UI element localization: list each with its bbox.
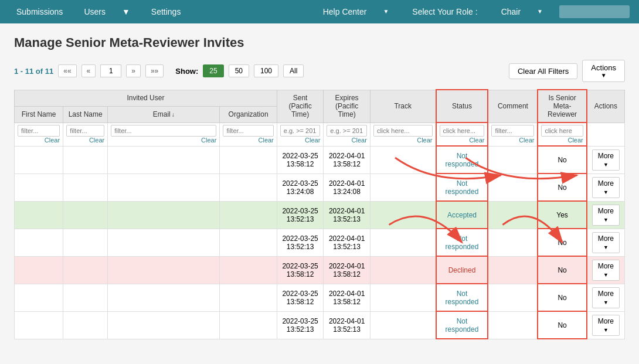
more-btn[interactable]: More	[592, 260, 620, 281]
filter-first-input[interactable]	[18, 125, 60, 137]
filter-last-cell: Clear	[63, 123, 108, 146]
cell-is-senior: No	[538, 229, 586, 256]
status-header: Status	[436, 90, 488, 123]
filter-email-clear[interactable]: Clear	[111, 137, 216, 144]
filter-last-input[interactable]	[66, 125, 104, 137]
show-50-btn[interactable]: 50	[229, 64, 249, 77]
cell-status: Accepted	[436, 201, 488, 229]
cell-last: ████	[63, 284, 108, 311]
track-header: Track	[370, 90, 436, 123]
cell-actions: More	[587, 146, 625, 174]
more-btn[interactable]: More	[592, 232, 620, 253]
filter-org-clear[interactable]: Clear	[223, 137, 273, 144]
clear-all-filters-btn[interactable]: Clear All Filters	[509, 63, 577, 79]
filter-comment-cell: Clear	[488, 123, 538, 146]
more-btn[interactable]: More	[592, 205, 620, 226]
show-all-btn[interactable]: All	[283, 64, 304, 77]
page-title: Manage Senior Meta-Reviewer Invites	[14, 35, 625, 50]
sent-header: Sent (Pacific Time)	[277, 90, 324, 123]
filter-first-clear[interactable]: Clear	[18, 137, 60, 144]
nav-settings[interactable]: Settings	[144, 0, 188, 23]
nav-search-area	[559, 5, 630, 18]
table-wrapper: Invited User Sent (Pacific Time) Expires…	[14, 89, 625, 339]
cell-last: ███	[63, 174, 108, 201]
org-header: Organization	[220, 106, 277, 123]
filter-org-input[interactable]	[223, 125, 273, 137]
page-prev-btn[interactable]: «	[81, 64, 96, 77]
page-first-btn[interactable]: ««	[58, 64, 76, 77]
first-name-header: First Name	[15, 106, 63, 123]
cell-last: ████	[63, 311, 108, 339]
filter-sent-clear[interactable]: Clear	[280, 137, 321, 144]
cell-comment	[488, 201, 538, 229]
filter-track-clear[interactable]: Clear	[373, 137, 433, 144]
filter-status-input[interactable]	[440, 125, 485, 137]
cell-comment	[488, 256, 538, 284]
filter-email-input[interactable]	[111, 125, 216, 137]
nav-role[interactable]: Chair ▼	[487, 0, 557, 23]
filter-track-input[interactable]	[373, 125, 433, 137]
filter-last-clear[interactable]: Clear	[66, 137, 104, 144]
show-100-btn[interactable]: 100	[254, 64, 278, 77]
more-btn[interactable]: More	[592, 177, 620, 198]
cell-expires: 2022-04-01 13:58:12	[324, 256, 371, 284]
cell-status: Not responded	[436, 311, 488, 339]
cell-expires: 2022-04-01 13:58:12	[324, 284, 371, 311]
actions-dropdown-icon: ▼	[601, 72, 607, 79]
filter-comment-input[interactable]	[491, 125, 534, 137]
last-name-header: Last Name	[63, 106, 108, 123]
nav-help[interactable]: Help Center ▼	[309, 0, 403, 23]
cell-expires: 2022-04-01 13:58:12	[324, 146, 371, 174]
cell-sent: 2022-03-25 13:24:08	[277, 174, 324, 201]
filter-status-clear[interactable]: Clear	[440, 137, 485, 144]
nav-right: Help Center ▼ Select Your Role : Chair ▼	[309, 0, 630, 23]
filter-is-senior-cell: Clear	[538, 123, 586, 146]
filter-first-cell: Clear	[15, 123, 63, 146]
filter-comment-clear[interactable]: Clear	[491, 137, 534, 144]
cell-first: ████	[15, 256, 63, 284]
cell-sent: 2022-03-25 13:52:13	[277, 229, 324, 256]
more-btn[interactable]: More	[592, 315, 620, 336]
cell-first: ████	[15, 284, 63, 311]
users-label: Users	[77, 0, 113, 23]
cell-is-senior: No	[538, 146, 586, 174]
cell-first: ████	[15, 311, 63, 339]
cell-org: ██	[220, 256, 277, 284]
actions-dropdown-btn[interactable]: Actions ▼	[582, 60, 625, 82]
cell-is-senior: No	[538, 174, 586, 201]
show-25-btn[interactable]: 25	[203, 64, 223, 77]
cell-sent: 2022-03-25 13:52:13	[277, 201, 324, 229]
table-row: ███████████████████@████.com██2022-03-25…	[15, 146, 625, 174]
pagination-info: 1 - 11 of 11	[14, 67, 53, 76]
more-btn[interactable]: More	[592, 149, 620, 171]
email-sort-icon[interactable]: ↓	[172, 111, 175, 118]
cell-is-senior: Yes	[538, 201, 586, 229]
cell-last: █████	[63, 146, 108, 174]
filter-expires-clear[interactable]: Clear	[327, 137, 367, 144]
more-btn[interactable]: More	[592, 287, 620, 308]
cell-actions: More	[587, 174, 625, 201]
table-row: ████████████████@████.com██2022-03-25 13…	[15, 311, 625, 339]
filter-is-senior-clear[interactable]: Clear	[541, 137, 583, 144]
cell-org: ██	[220, 201, 277, 229]
nav-submissions[interactable]: Submissions	[9, 0, 70, 23]
page-last-btn[interactable]: »»	[145, 64, 164, 77]
cell-org: ██	[220, 146, 277, 174]
page-next-btn[interactable]: »	[126, 64, 141, 77]
invites-table: Invited User Sent (Pacific Time) Expires…	[14, 89, 625, 339]
filter-expires-input[interactable]	[327, 125, 367, 137]
cell-first: ████	[15, 229, 63, 256]
users-dropdown-icon: ▼	[115, 0, 137, 23]
cell-track: ████	[370, 284, 436, 311]
cell-actions: More	[587, 284, 625, 311]
filter-sent-input[interactable]	[280, 125, 321, 137]
filter-actions-empty	[587, 123, 625, 146]
filter-is-senior-input[interactable]	[541, 125, 583, 137]
cell-email: ███@███	[108, 201, 220, 229]
cell-sent: 2022-03-25 13:58:12	[277, 146, 324, 174]
cell-expires: 2022-04-01 13:52:13	[324, 201, 371, 229]
nav-users[interactable]: Users ▼	[70, 0, 144, 23]
cell-track: ██████████	[370, 229, 436, 256]
page-number-input[interactable]	[100, 64, 121, 77]
cell-status: Not responded	[436, 174, 488, 201]
